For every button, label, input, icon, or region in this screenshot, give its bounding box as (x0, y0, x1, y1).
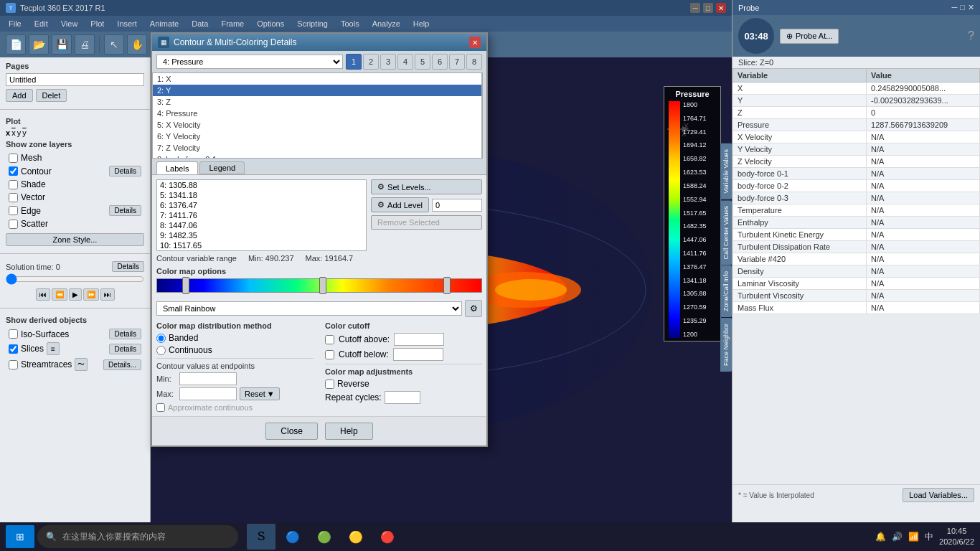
load-variables-btn[interactable]: Load Variables... (903, 488, 974, 502)
call-center-values-tab[interactable]: Call Center Values (720, 200, 732, 265)
taskbar-search[interactable]: 🔍 在这里输入你要搜索的内容 (37, 525, 238, 548)
menu-plot[interactable]: Plot (85, 18, 110, 29)
colormap-handle-right[interactable] (443, 277, 451, 294)
zone-call-info-tab[interactable]: Zone/Call Info (720, 265, 732, 317)
variable-list[interactable]: 1: X2: Y3: Z4: Pressure5: X Velocity6: Y… (152, 72, 482, 159)
variable-values-tab[interactable]: Variable Values (720, 143, 732, 199)
streamtraces-details-btn[interactable]: Details... (103, 359, 141, 370)
solution-details-btn[interactable]: Details (112, 261, 144, 272)
colormap-handle-mid[interactable] (319, 277, 326, 294)
levels-list[interactable]: 4: 1305.885: 1341.186: 1376.477: 1411.76… (156, 179, 367, 251)
time-next-btn[interactable]: ⏩ (83, 288, 99, 301)
time-first-btn[interactable]: ⏮ (36, 288, 50, 301)
help-btn[interactable]: Help (325, 423, 373, 440)
mesh-checkbox[interactable] (9, 154, 18, 163)
menu-insert[interactable]: Insert (111, 18, 143, 29)
time-slider[interactable] (6, 275, 144, 283)
labels-tab[interactable]: Labels (156, 161, 198, 174)
untitled-page[interactable]: Untitled (6, 73, 144, 86)
zone-style-btn[interactable]: Zone Style... (6, 233, 144, 246)
axis-x[interactable]: x (6, 128, 10, 137)
menu-view[interactable]: View (55, 18, 84, 29)
menu-options[interactable]: Options (251, 18, 290, 29)
time-play-btn[interactable]: ▶ (69, 288, 82, 301)
probe-close-btn[interactable]: ✕ (968, 3, 974, 12)
tab-3-btn[interactable]: 3 (380, 54, 396, 70)
probe-collapse-btn[interactable]: ─ (952, 3, 958, 12)
cutoff-below-checkbox[interactable] (325, 350, 334, 359)
tab-4-btn[interactable]: 4 (397, 54, 413, 70)
levels-item-4[interactable]: 8: 1447.06 (157, 220, 366, 230)
var-list-item-3[interactable]: 3: Z (153, 96, 481, 108)
probe-at-btn[interactable]: ⊕ Probe At... (780, 29, 839, 44)
delete-page-btn[interactable]: Delet (36, 89, 67, 102)
colormap-settings-btn[interactable]: ⚙ (465, 300, 482, 317)
slices-checkbox[interactable] (9, 344, 18, 354)
probe-maximize-btn[interactable]: □ (960, 3, 965, 12)
iso-surfaces-checkbox[interactable] (9, 329, 18, 339)
banded-radio[interactable] (156, 334, 166, 343)
menu-analyze[interactable]: Analyze (367, 18, 406, 29)
levels-item-5[interactable]: 9: 1482.35 (157, 230, 366, 240)
var-list-item-1[interactable]: 1: X (153, 73, 481, 85)
var-list-item-2[interactable]: 2: Y (153, 85, 481, 96)
add-level-btn[interactable]: ⚙ Add Level (371, 197, 429, 212)
scatter-checkbox[interactable] (9, 220, 18, 229)
start-button[interactable]: ⊞ (6, 525, 34, 548)
axis-y[interactable]: y (17, 128, 22, 137)
repeat-cycles-input[interactable]: 1 (385, 391, 420, 404)
colormap-handle-left[interactable] (182, 277, 189, 294)
streamtraces-icon[interactable]: 〜 (75, 358, 88, 371)
cutoff-above-checkbox[interactable] (325, 335, 334, 344)
time-last-btn[interactable]: ⏭ (100, 288, 115, 301)
menu-scripting[interactable]: Scripting (291, 18, 334, 29)
remove-selected-btn[interactable]: Remove Selected (371, 215, 482, 230)
taskbar-app-5[interactable]: 🔴 (373, 524, 402, 550)
toolbar-select[interactable]: ↖ (104, 34, 124, 55)
tab-6-btn[interactable]: 6 (432, 54, 448, 70)
tab-8-btn[interactable]: 8 (466, 54, 482, 70)
contour-details-btn[interactable]: Details (109, 166, 141, 176)
probe-table-container[interactable]: Variable Value X0.24582990005088...Y-0.0… (732, 68, 980, 484)
taskbar-app-3[interactable]: 🟢 (310, 524, 339, 550)
toolbar-print[interactable]: 🖨 (75, 34, 95, 55)
add-level-input[interactable]: 0 (432, 199, 482, 212)
levels-item-3[interactable]: 7: 1411.76 (157, 210, 366, 220)
tab-5-btn[interactable]: 5 (415, 54, 430, 70)
shade-checkbox[interactable] (9, 180, 18, 189)
var-list-item-7[interactable]: 7: Z Velocity (153, 142, 481, 154)
edge-checkbox[interactable] (9, 206, 18, 215)
menu-data[interactable]: Data (186, 18, 214, 29)
legend-tab[interactable]: Legend (199, 161, 245, 174)
set-levels-btn[interactable]: ⚙ Set Levels... (371, 179, 482, 194)
menu-edit[interactable]: Edit (29, 18, 54, 29)
time-prev-btn[interactable]: ⏪ (52, 288, 67, 301)
var-list-item-5[interactable]: 5: X Velocity (153, 119, 481, 131)
min-input[interactable]: 490.237 (179, 372, 237, 385)
var-list-item-8[interactable]: 8: body-force 0-1 (153, 154, 481, 159)
minimize-btn[interactable]: ─ (690, 3, 700, 13)
taskbar-app-2[interactable]: 🔵 (278, 524, 307, 550)
levels-item-1[interactable]: 5: 1341.18 (157, 190, 366, 200)
levels-item-0[interactable]: 4: 1305.88 (157, 180, 366, 190)
slices-icon[interactable]: ≡ (47, 342, 60, 355)
close-app-btn[interactable]: ✕ (716, 3, 726, 13)
add-page-btn[interactable]: Add (6, 89, 33, 102)
probe-help-icon[interactable]: ? (968, 29, 974, 42)
cutoff-above-input[interactable]: 14496.1 (394, 333, 444, 346)
face-neighbor-tab[interactable]: Face Neighbor (720, 318, 732, 372)
approx-continuous-checkbox[interactable] (156, 403, 165, 412)
var-list-item-4[interactable]: 4: Pressure (153, 108, 481, 119)
toolbar-open[interactable]: 📂 (29, 34, 49, 55)
levels-item-2[interactable]: 6: 1376.47 (157, 200, 366, 210)
continuous-radio[interactable] (156, 346, 166, 355)
toolbar-save[interactable]: 💾 (52, 34, 72, 55)
toolbar-new[interactable]: 📄 (6, 34, 26, 55)
menu-help[interactable]: Help (407, 18, 435, 29)
tab-1-btn[interactable]: 1 (346, 54, 362, 70)
menu-tools[interactable]: Tools (335, 18, 365, 29)
menu-animate[interactable]: Animate (144, 18, 184, 29)
taskbar-app-4[interactable]: 🟡 (341, 524, 370, 550)
edge-details-btn[interactable]: Details (109, 205, 141, 216)
tab-2-btn[interactable]: 2 (363, 54, 379, 70)
